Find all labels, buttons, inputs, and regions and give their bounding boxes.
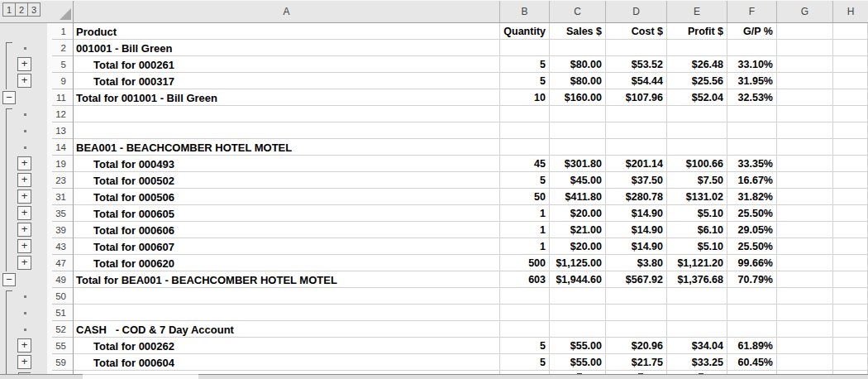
cell-cost[interactable] [606, 40, 667, 56]
column-header-d[interactable]: D [606, 1, 667, 22]
cell-h[interactable] [833, 222, 868, 238]
cell-profit[interactable] [667, 106, 727, 122]
expand-group-button[interactable]: + [17, 74, 31, 88]
row-number[interactable]: 31 [47, 189, 74, 205]
cell-cost[interactable]: $14.90 [606, 222, 667, 238]
cell-quantity[interactable]: 5 [500, 172, 550, 189]
cell-gp[interactable]: 32.53% [727, 89, 777, 106]
cell-profit[interactable] [667, 139, 727, 156]
row-number[interactable]: 52 [47, 321, 74, 338]
cell-sales[interactable]: $160.00 [550, 89, 606, 106]
cell-gp[interactable]: 60.45% [727, 354, 777, 371]
cell-product[interactable] [74, 288, 500, 305]
cell-quantity[interactable]: 1 [500, 238, 550, 255]
cell-profit[interactable] [667, 288, 727, 305]
cell-quantity[interactable]: 603 [500, 271, 550, 288]
cell-gp[interactable] [727, 305, 777, 321]
row-number[interactable]: 49 [47, 271, 74, 288]
cell-gp[interactable] [727, 40, 777, 56]
cell-sales[interactable] [550, 305, 606, 321]
column-header-h[interactable]: H [833, 1, 868, 22]
row-number[interactable]: 12 [47, 106, 74, 122]
cell-sales[interactable] [550, 288, 606, 305]
cell-product[interactable] [74, 305, 500, 321]
cell-product[interactable]: Total for 000604 [74, 354, 500, 371]
cell-h[interactable] [833, 89, 868, 106]
cell-product[interactable]: Total for BEA001 - BEACHCOMBER HOTEL MOT… [74, 271, 500, 288]
cell-profit[interactable]: $5.10 [667, 238, 727, 255]
cell-g[interactable] [777, 271, 833, 288]
cell-quantity[interactable]: 5 [500, 73, 550, 89]
row-number[interactable]: 35 [47, 205, 74, 222]
expand-group-button[interactable]: + [17, 156, 31, 170]
cell-product[interactable]: Total for 000502 [74, 172, 500, 189]
row-number[interactable]: 59 [47, 354, 74, 371]
cell-profit[interactable]: $5.10 [667, 205, 727, 222]
cell-gp[interactable]: 61.89% [727, 338, 777, 354]
cell-g[interactable] [777, 255, 833, 271]
column-header-c[interactable]: C [550, 1, 606, 22]
cell-sales[interactable]: $1,125.00 [550, 255, 606, 271]
cell-profit[interactable]: $7.50 [667, 172, 727, 189]
collapse-group-button[interactable]: − [2, 91, 16, 104]
cell-cost[interactable]: $280.78 [606, 189, 667, 205]
cell-h[interactable] [833, 189, 868, 205]
cell-profit[interactable]: $26.48 [667, 56, 727, 73]
row-number[interactable]: 19 [47, 156, 74, 172]
cell-quantity[interactable]: 5 [500, 56, 550, 73]
cell-product[interactable]: Total for 000605 [74, 205, 500, 222]
cell-h[interactable] [833, 122, 868, 139]
cell-gp[interactable]: 31.95% [727, 73, 777, 89]
cell-quantity[interactable]: 45 [500, 156, 550, 172]
cell-profit[interactable]: $33.25 [667, 354, 727, 371]
row-number[interactable]: 55 [47, 338, 74, 354]
cell-product[interactable]: Total for 000607 [74, 238, 500, 255]
cell-quantity-header[interactable]: Quantity [500, 23, 550, 40]
cell-cost[interactable]: $107.96 [606, 89, 667, 106]
cell-h[interactable] [833, 156, 868, 172]
cell-profit[interactable] [667, 122, 727, 139]
cell-cost[interactable]: $54.44 [606, 73, 667, 89]
cell-gp[interactable]: 70.79% [727, 271, 777, 288]
cell-h[interactable] [833, 23, 868, 40]
cell-gp[interactable]: 25.50% [727, 205, 777, 222]
cell-product[interactable] [74, 122, 500, 139]
cell-cost-header[interactable]: Cost $ [606, 23, 667, 40]
cell-cost[interactable]: $14.90 [606, 238, 667, 255]
cell-g[interactable] [777, 122, 833, 139]
cell-sales[interactable]: $20.00 [550, 238, 606, 255]
cell-product[interactable]: Total for 000606 [74, 222, 500, 238]
cell-quantity[interactable]: 5 [500, 354, 550, 371]
cell-quantity[interactable] [500, 139, 550, 156]
cell-sales[interactable] [550, 40, 606, 56]
cell-profit-header[interactable]: Profit $ [667, 23, 727, 40]
row-number[interactable]: 11 [47, 89, 74, 106]
cell-profit[interactable]: $34.04 [667, 338, 727, 354]
expand-group-button[interactable]: + [17, 256, 31, 270]
cell-h[interactable] [833, 40, 868, 56]
cell-h[interactable] [833, 172, 868, 189]
cell-g[interactable] [777, 189, 833, 205]
cell-quantity[interactable] [500, 40, 550, 56]
cell-cost[interactable]: $567.92 [606, 271, 667, 288]
cell-h[interactable] [833, 321, 868, 338]
row-number[interactable]: 5 [47, 56, 74, 73]
cell-h[interactable] [833, 73, 868, 89]
cell-cost[interactable] [606, 305, 667, 321]
cell-h[interactable] [833, 354, 868, 371]
cell-sales[interactable] [550, 106, 606, 122]
cell-g[interactable] [777, 338, 833, 354]
expand-group-button[interactable]: + [17, 173, 31, 187]
expand-group-button[interactable]: + [17, 338, 31, 353]
cell-profit[interactable]: $131.02 [667, 189, 727, 205]
select-all-corner[interactable] [47, 1, 74, 22]
cell-quantity[interactable] [500, 321, 550, 338]
cell-product[interactable]: Total for 000317 [74, 73, 500, 89]
cell-gp[interactable] [727, 321, 777, 338]
cell-profit[interactable]: $52.04 [667, 89, 727, 106]
expand-group-button[interactable]: + [17, 223, 31, 237]
row-number[interactable]: 23 [47, 172, 74, 189]
cell-g[interactable] [777, 222, 833, 238]
cell-h[interactable] [833, 305, 868, 321]
cell-sales[interactable] [550, 321, 606, 338]
